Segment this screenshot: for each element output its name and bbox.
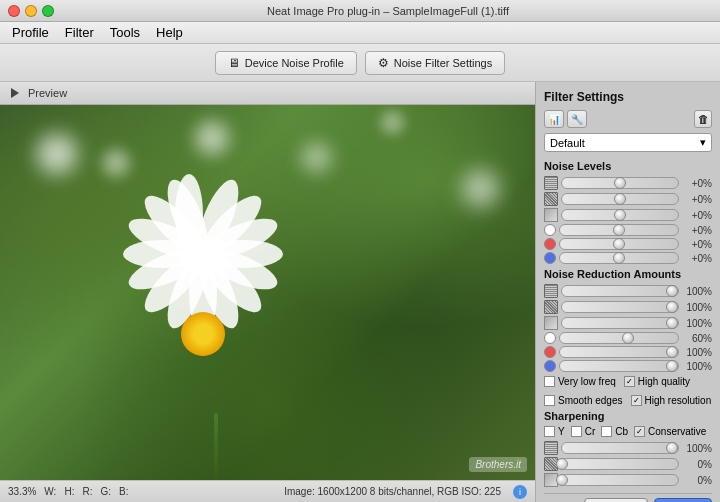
sharpening-y-option[interactable]: Y	[544, 426, 565, 437]
sharpening-cb-label: Cb	[615, 426, 628, 437]
cb-reduction-slider[interactable]	[559, 360, 679, 372]
window-title: Neat Image Pro plug-in – SampleImageFull…	[64, 5, 712, 17]
y-noise-level-slider[interactable]	[559, 224, 679, 236]
high-reduction-slider[interactable]	[561, 285, 679, 297]
image-info: Image: 1600x1200 8 bits/channel, RGB ISO…	[284, 486, 501, 497]
cr-channel-icon	[544, 238, 556, 250]
sharpening-high-slider[interactable]	[561, 442, 679, 454]
info-icon[interactable]: i	[513, 485, 527, 499]
cb-noise-level-slider[interactable]	[559, 252, 679, 264]
noise-reduction-high: 100%	[544, 284, 712, 298]
noise-filter-settings-button[interactable]: ⚙ Noise Filter Settings	[365, 51, 505, 75]
noise-level-cb: +0%	[544, 252, 712, 264]
smooth-edges-checkbox[interactable]	[544, 395, 555, 406]
low-noise-level-slider[interactable]	[561, 209, 679, 221]
conservative-checkbox[interactable]	[634, 426, 645, 437]
sharpening-y-checkbox[interactable]	[544, 426, 555, 437]
high-resolution-checkbox[interactable]	[631, 395, 642, 406]
high-quality-checkbox[interactable]	[624, 376, 635, 387]
very-low-freq-label: Very low freq	[558, 376, 616, 387]
high-resolution-option[interactable]: High resolution	[631, 395, 712, 406]
mid-reduction-icon	[544, 300, 558, 314]
sharpening-mid: 0%	[544, 457, 712, 471]
device-noise-profile-button[interactable]: 🖥 Device Noise Profile	[215, 51, 357, 75]
noise-level-y: +0%	[544, 224, 712, 236]
b-label: B:	[119, 486, 128, 497]
sharpening-mid-slider[interactable]	[561, 458, 679, 470]
footer-buttons: Cancel Apply	[544, 493, 712, 502]
mid-reduction-value: 100%	[682, 302, 712, 313]
menu-filter[interactable]: Filter	[57, 23, 102, 42]
cr-noise-level-slider[interactable]	[559, 238, 679, 250]
zoom-level: 33.3%	[8, 486, 36, 497]
sharpening-high-icon	[544, 441, 558, 455]
cr-reduction-slider[interactable]	[559, 346, 679, 358]
sharpening-high: 100%	[544, 441, 712, 455]
sharpening-cr-label: Cr	[585, 426, 596, 437]
cb-noise-level-value: +0%	[682, 253, 712, 264]
preview-panel: Preview	[0, 82, 535, 502]
sharpening-cr-checkbox[interactable]	[571, 426, 582, 437]
filter-icon-2[interactable]: 🔧	[567, 110, 587, 128]
high-reduction-icon	[544, 284, 558, 298]
device-noise-profile-icon: 🖥	[228, 56, 240, 70]
sharpening-channels: Y Cr Cb Conservative	[544, 426, 712, 437]
h-label: H:	[64, 486, 74, 497]
mid-noise-icon	[544, 192, 558, 206]
r-label: R:	[82, 486, 92, 497]
sharpening-cr-option[interactable]: Cr	[571, 426, 596, 437]
noise-reduction-title: Noise Reduction Amounts	[544, 268, 712, 280]
delete-preset-button[interactable]: 🗑	[694, 110, 712, 128]
high-resolution-label: High resolution	[645, 395, 712, 406]
smooth-edges-option[interactable]: Smooth edges	[544, 395, 623, 406]
bg-flower-2	[96, 143, 136, 183]
sharpening-y-label: Y	[558, 426, 565, 437]
filter-icon-1[interactable]: 📊	[544, 110, 564, 128]
daisy-center	[181, 312, 225, 356]
bg-flower-6	[375, 105, 410, 140]
status-bar: 33.3% W: H: R: G: B: Image: 1600x1200 8 …	[0, 480, 535, 502]
flower-stem	[214, 413, 218, 481]
conservative-option[interactable]: Conservative	[634, 426, 706, 437]
y-reduction-slider[interactable]	[559, 332, 679, 344]
high-noise-level-slider[interactable]	[561, 177, 679, 189]
very-low-freq-option[interactable]: Very low freq	[544, 376, 616, 387]
close-button[interactable]	[8, 5, 20, 17]
mid-noise-level-slider[interactable]	[561, 193, 679, 205]
sharpening-high-value: 100%	[682, 443, 712, 454]
preview-play-button[interactable]	[8, 86, 22, 100]
cr-noise-level-value: +0%	[682, 239, 712, 250]
mid-noise-level-value: +0%	[682, 194, 712, 205]
noise-level-cr: +0%	[544, 238, 712, 250]
sharpening-low-value: 0%	[682, 475, 712, 486]
main-area: Preview	[0, 82, 720, 502]
menu-tools[interactable]: Tools	[102, 23, 148, 42]
sharpening-low-slider[interactable]	[561, 474, 679, 486]
noise-reduction-mid: 100%	[544, 300, 712, 314]
preset-dropdown[interactable]: Default ▾	[544, 133, 712, 152]
bg-flower-1	[27, 124, 87, 184]
sharpening-cb-option[interactable]: Cb	[601, 426, 628, 437]
noise-reduction-cr: 100%	[544, 346, 712, 358]
menu-help[interactable]: Help	[148, 23, 191, 42]
minimize-button[interactable]	[25, 5, 37, 17]
device-noise-profile-label: Device Noise Profile	[245, 57, 344, 69]
apply-button[interactable]: Apply	[654, 498, 712, 502]
cancel-button[interactable]: Cancel	[584, 498, 648, 502]
low-reduction-icon	[544, 316, 558, 330]
conservative-label: Conservative	[648, 426, 706, 437]
sharpening-cb-checkbox[interactable]	[601, 426, 612, 437]
mid-reduction-slider[interactable]	[561, 301, 679, 313]
maximize-button[interactable]	[42, 5, 54, 17]
smooth-edges-label: Smooth edges	[558, 395, 623, 406]
main-daisy	[113, 244, 293, 424]
menu-profile[interactable]: Profile	[4, 23, 57, 42]
cb-channel-icon	[544, 252, 556, 264]
w-label: W:	[44, 486, 56, 497]
menu-bar: Profile Filter Tools Help	[0, 22, 720, 44]
noise-levels-title: Noise Levels	[544, 160, 712, 172]
low-reduction-slider[interactable]	[561, 317, 679, 329]
high-quality-option[interactable]: High quality	[624, 376, 690, 387]
very-low-freq-checkbox[interactable]	[544, 376, 555, 387]
noise-reduction-cb: 100%	[544, 360, 712, 372]
